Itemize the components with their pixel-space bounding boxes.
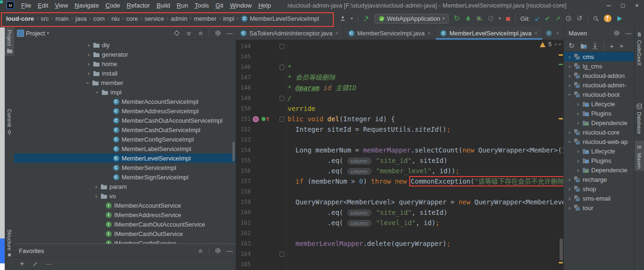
gear-icon[interactable] bbox=[613, 30, 620, 36]
tree-item-generator[interactable]: ›generator bbox=[14, 50, 236, 59]
collapse-all-icon[interactable] bbox=[197, 30, 204, 36]
menu-build[interactable]: Build bbox=[153, 1, 173, 10]
reimport-icon[interactable]: ↻ bbox=[569, 42, 575, 50]
breadcrumb-item-admin[interactable]: admin bbox=[170, 15, 188, 22]
tool-button-structure[interactable]: Structure bbox=[5, 227, 14, 259]
tree-item-tour[interactable]: ›mtour bbox=[564, 203, 635, 212]
build-hammer-icon[interactable] bbox=[363, 15, 370, 22]
chevron-down-icon[interactable]: › bbox=[554, 30, 561, 36]
chevron-down-icon[interactable]: › bbox=[84, 80, 91, 85]
tree-item-vo[interactable]: ›vo bbox=[14, 191, 236, 201]
tree-item-memberaddressserviceimpl[interactable]: CMemberAddressServiceImpl bbox=[14, 106, 236, 116]
debug-bug-icon[interactable] bbox=[465, 15, 471, 22]
menu-git[interactable]: Git bbox=[212, 1, 227, 10]
fold-marker-icon[interactable] bbox=[280, 65, 284, 70]
fold-marker-icon[interactable] bbox=[280, 44, 284, 49]
search-icon[interactable] bbox=[593, 15, 599, 22]
chevron-right-icon[interactable]: › bbox=[567, 63, 572, 70]
breadcrumb-item-memberlevelserviceimpl[interactable]: MemberLevelServiceImpl bbox=[249, 15, 320, 22]
gear-icon[interactable] bbox=[215, 30, 221, 36]
tree-item-memberserviceimpl[interactable]: CMemberServiceImpl bbox=[14, 163, 236, 172]
update-available-icon[interactable]: ↑ bbox=[604, 15, 611, 22]
hidden-tabs[interactable]: C› bbox=[546, 26, 563, 40]
user-dropdown-icon[interactable]: ▾ bbox=[351, 17, 353, 21]
generate-sources-icon[interactable] bbox=[580, 42, 587, 49]
codegeex-run-icon[interactable] bbox=[616, 15, 623, 22]
menu-help[interactable]: Help bbox=[255, 1, 274, 10]
tab-satokenadmininterceptor-java[interactable]: CSaTokenAdminInterceptor.java× bbox=[236, 26, 344, 40]
chevron-right-icon[interactable]: › bbox=[86, 51, 91, 58]
menu-window[interactable]: Window bbox=[227, 1, 255, 10]
fold-marker-icon[interactable] bbox=[280, 117, 284, 122]
tool-button-commit[interactable]: Commit bbox=[5, 107, 14, 137]
tree-item-shop[interactable]: ›mshop bbox=[564, 184, 635, 194]
chevron-down-icon[interactable]: › bbox=[566, 92, 573, 97]
tree-item-niucloud-addon[interactable]: ›mniucloud-addon bbox=[564, 71, 635, 80]
menu-tools[interactable]: Tools bbox=[191, 1, 212, 10]
chevron-right-icon[interactable]: › bbox=[86, 70, 91, 77]
hide-panel-icon[interactable]: — bbox=[625, 30, 632, 36]
tree-item-memberlevelserviceimpl[interactable]: CMemberLevelServiceImpl bbox=[14, 153, 236, 163]
chevron-right-icon[interactable]: › bbox=[567, 195, 572, 202]
chevron-down-icon[interactable]: ▾ bbox=[47, 31, 49, 35]
edit-pencil-icon[interactable] bbox=[32, 261, 38, 267]
breadcrumb-item-niu[interactable]: niu bbox=[111, 15, 120, 22]
bean-marker-icon[interactable] bbox=[253, 116, 259, 122]
tree-item-imemberaccountservice[interactable]: IIMemberAccountService bbox=[14, 201, 236, 210]
tree-item-membersignserviceimpl[interactable]: CMemberSignServiceImpl bbox=[14, 172, 236, 182]
user-icon[interactable] bbox=[339, 15, 346, 22]
menu-run[interactable]: Run bbox=[173, 1, 191, 10]
history-clock-icon[interactable] bbox=[565, 15, 572, 22]
project-panel-title[interactable]: Project bbox=[26, 30, 45, 37]
menu-refactor[interactable]: Refactor bbox=[124, 1, 153, 10]
chevron-right-icon[interactable]: › bbox=[567, 72, 572, 79]
breadcrumb-item-loud-core[interactable]: loud-core bbox=[6, 15, 34, 22]
git-commit-icon[interactable]: ✔ bbox=[545, 15, 551, 22]
gear-icon[interactable] bbox=[215, 247, 221, 254]
profiler-dropdown-icon[interactable]: ▾ bbox=[499, 17, 501, 21]
chevron-down-icon[interactable]: › bbox=[566, 139, 573, 144]
tree-item-memberconfigserviceimpl[interactable]: CMemberConfigServiceImpl bbox=[14, 135, 236, 144]
code-editor[interactable]: 5 › › 144145146*147* 会员等级删除148* @param i… bbox=[236, 40, 563, 270]
tree-item-niucloud-admin-[interactable]: ›mniucloud-admin- bbox=[564, 80, 635, 90]
run-configuration-select[interactable]: WebAppApplication ▾ bbox=[374, 14, 449, 24]
project-tree-scrollbar[interactable] bbox=[232, 142, 235, 161]
tree-item-recharge[interactable]: ›mrecharge bbox=[564, 175, 635, 184]
breadcrumb-item-core[interactable]: core bbox=[126, 15, 139, 22]
tree-item-plugins[interactable]: ›Plugins bbox=[564, 156, 635, 165]
hide-panel-icon[interactable]: — bbox=[226, 247, 233, 254]
tree-item-home[interactable]: ›home bbox=[14, 59, 236, 68]
locate-file-icon[interactable] bbox=[173, 30, 180, 36]
download-sources-icon[interactable]: ↓ bbox=[593, 42, 598, 49]
chevron-right-icon[interactable]: › bbox=[567, 176, 572, 183]
chevron-right-icon[interactable]: › bbox=[575, 167, 581, 174]
hide-panel-icon[interactable]: — bbox=[226, 30, 233, 36]
git-update-icon[interactable]: ↙ bbox=[535, 15, 540, 22]
tree-item-membercashoutserviceimpl[interactable]: CMemberCashOutServiceImpl bbox=[14, 125, 236, 135]
expand-all-icon[interactable] bbox=[185, 30, 192, 36]
tree-item-dependencie[interactable]: ›Dependencie bbox=[564, 118, 635, 127]
chevron-right-icon[interactable]: › bbox=[575, 119, 581, 127]
tree-item-niucloud-core[interactable]: ›mniucloud-core bbox=[564, 127, 635, 137]
minimize-button[interactable]: ─ bbox=[602, 2, 616, 9]
breadcrumb-item-impl[interactable]: impl bbox=[223, 15, 235, 22]
tree-item-sms-email[interactable]: ›msms-email bbox=[564, 194, 635, 203]
chevron-down-icon[interactable]: › bbox=[94, 89, 101, 95]
close-icon[interactable]: × bbox=[335, 30, 338, 36]
fold-marker-icon[interactable] bbox=[280, 252, 284, 257]
menu-code[interactable]: Code bbox=[102, 1, 124, 10]
add-favorite-icon[interactable]: + bbox=[20, 260, 24, 268]
stop-icon[interactable]: ■ bbox=[505, 16, 510, 21]
tree-item-memberaccountserviceimpl[interactable]: CMemberAccountServiceImpl bbox=[14, 97, 236, 106]
breadcrumb-item-member[interactable]: member bbox=[193, 15, 217, 22]
tab-memberserviceimpl-java[interactable]: CMemberServiceImpl.java× bbox=[344, 26, 436, 40]
tree-item-lifecycle[interactable]: ›Lifecycle bbox=[564, 99, 635, 109]
tree-item-impl[interactable]: ›impl bbox=[14, 87, 236, 97]
tree-item-membercashoutaccountserviceimpl[interactable]: CMemberCashOutAccountServiceImpl bbox=[14, 116, 236, 125]
menu-edit[interactable]: Edit bbox=[34, 1, 51, 10]
add-maven-project-icon[interactable]: + bbox=[610, 42, 614, 50]
tree-item-imemberconfigservice[interactable]: IIMemberConfigService bbox=[14, 238, 236, 244]
tool-button-project[interactable]: Project bbox=[5, 27, 14, 56]
profiler-icon[interactable] bbox=[487, 15, 494, 22]
remove-favorite-icon[interactable]: — bbox=[46, 261, 52, 268]
